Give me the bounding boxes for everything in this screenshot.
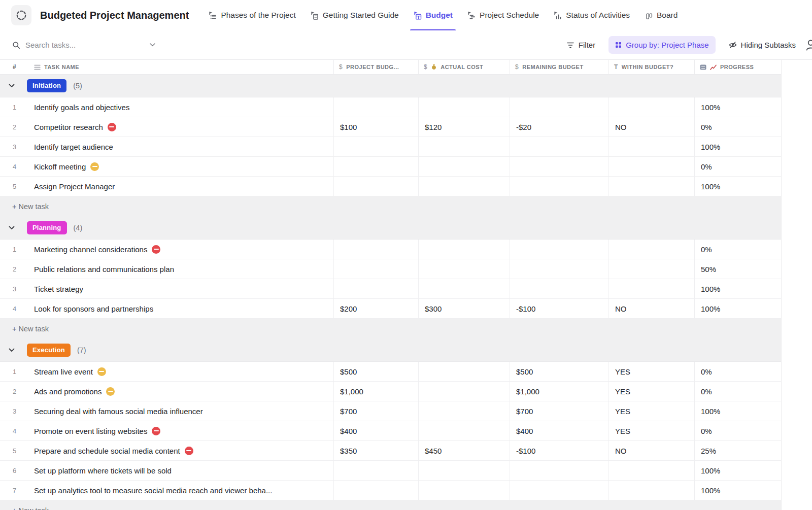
- within-budget-cell[interactable]: [608, 177, 694, 196]
- column-header-project-budget[interactable]: $ PROJECT BUDG...: [333, 60, 418, 74]
- progress-cell[interactable]: 0%: [694, 382, 782, 401]
- collapse-group-button[interactable]: [9, 84, 21, 88]
- task-name-cell[interactable]: Ads and promotions: [29, 382, 333, 401]
- collapse-group-button[interactable]: [9, 226, 21, 230]
- chevron-down-icon[interactable]: [150, 43, 155, 47]
- task-name-cell[interactable]: Look for sponsors and partnerships: [29, 299, 333, 318]
- project-budget-cell[interactable]: [333, 157, 418, 176]
- within-budget-cell[interactable]: [608, 137, 694, 156]
- remaining-budget-cell[interactable]: [510, 157, 608, 176]
- task-name-cell[interactable]: Competitor research: [29, 117, 333, 137]
- hiding-subtasks-button[interactable]: Hiding Subtasks: [729, 41, 796, 49]
- remaining-budget-cell[interactable]: $400: [510, 421, 608, 440]
- progress-cell[interactable]: 50%: [694, 259, 782, 279]
- remaining-budget-cell[interactable]: [510, 97, 608, 117]
- task-name-cell[interactable]: Set up platform where tickets will be so…: [29, 461, 333, 480]
- task-name-cell[interactable]: Kickoff meeting: [29, 157, 333, 176]
- person-icon[interactable]: [805, 39, 812, 52]
- actual-cost-cell[interactable]: [418, 481, 510, 500]
- progress-cell[interactable]: 100%: [694, 461, 782, 480]
- remaining-budget-cell[interactable]: -$20: [510, 117, 608, 137]
- tab-getting-started-guide[interactable]: Getting Started Guide: [303, 0, 406, 30]
- within-budget-cell[interactable]: [608, 240, 694, 259]
- task-name-cell[interactable]: Identify goals and objectives: [29, 97, 333, 117]
- project-budget-cell[interactable]: [333, 97, 418, 117]
- table-row[interactable]: 4 Kickoff meeting 0%: [0, 157, 781, 177]
- actual-cost-cell[interactable]: [418, 97, 510, 117]
- within-budget-cell[interactable]: YES: [608, 382, 694, 401]
- progress-cell[interactable]: 0%: [694, 117, 782, 137]
- progress-cell[interactable]: 25%: [694, 441, 782, 460]
- table-row[interactable]: 5 Prepare and schedule social media cont…: [0, 441, 781, 461]
- progress-cell[interactable]: 0%: [694, 157, 782, 176]
- project-budget-cell[interactable]: $350: [333, 441, 418, 460]
- within-budget-cell[interactable]: [608, 259, 694, 279]
- project-budget-cell[interactable]: $500: [333, 362, 418, 381]
- project-budget-cell[interactable]: [333, 177, 418, 196]
- progress-cell[interactable]: 100%: [694, 299, 782, 318]
- task-name-cell[interactable]: Marketing channel considerations: [29, 240, 333, 259]
- group-status-badge[interactable]: Initiation: [27, 79, 66, 92]
- progress-cell[interactable]: 0%: [694, 362, 782, 381]
- progress-cell[interactable]: 100%: [694, 177, 782, 196]
- task-name-cell[interactable]: Stream live event: [29, 362, 333, 381]
- group-by-button[interactable]: Group by: Project Phase: [608, 36, 715, 54]
- actual-cost-cell[interactable]: [418, 279, 510, 298]
- actual-cost-cell[interactable]: [418, 461, 510, 480]
- within-budget-cell[interactable]: [608, 461, 694, 480]
- project-budget-cell[interactable]: $400: [333, 421, 418, 440]
- remaining-budget-cell[interactable]: [510, 461, 608, 480]
- progress-cell[interactable]: 100%: [694, 279, 782, 298]
- actual-cost-cell[interactable]: $120: [418, 117, 510, 137]
- collapse-group-button[interactable]: [9, 348, 21, 352]
- project-budget-cell[interactable]: [333, 240, 418, 259]
- within-budget-cell[interactable]: [608, 481, 694, 500]
- remaining-budget-cell[interactable]: [510, 240, 608, 259]
- within-budget-cell[interactable]: YES: [608, 401, 694, 421]
- remaining-budget-cell[interactable]: [510, 259, 608, 279]
- within-budget-cell[interactable]: [608, 157, 694, 176]
- project-budget-cell[interactable]: $100: [333, 117, 418, 137]
- column-header-remaining-budget[interactable]: $ REMAINING BUDGET: [510, 60, 608, 74]
- progress-cell[interactable]: 100%: [694, 137, 782, 156]
- table-row[interactable]: 6 Set up platform where tickets will be …: [0, 461, 781, 481]
- task-name-cell[interactable]: Set up analytics tool to measure social …: [29, 481, 333, 500]
- group-status-badge[interactable]: Planning: [27, 221, 67, 234]
- table-row[interactable]: 2 Ads and promotions $1,000 $1,000 YES 0…: [0, 382, 781, 401]
- table-row[interactable]: 1 Marketing channel considerations 0%: [0, 240, 781, 259]
- project-budget-cell[interactable]: $200: [333, 299, 418, 318]
- tab-status-of-activities[interactable]: Status of Activities: [546, 0, 637, 30]
- table-row[interactable]: 4 Promote on event listing websites $400…: [0, 421, 781, 441]
- remaining-budget-cell[interactable]: [510, 279, 608, 298]
- table-row[interactable]: 5 Assign Project Manager 100%: [0, 177, 781, 196]
- column-header-progress[interactable]: PROGRESS: [694, 60, 782, 74]
- remaining-budget-cell[interactable]: [510, 481, 608, 500]
- progress-cell[interactable]: 100%: [694, 97, 782, 117]
- remaining-budget-cell[interactable]: $700: [510, 401, 608, 421]
- table-row[interactable]: 4 Look for sponsors and partnerships $20…: [0, 299, 781, 319]
- actual-cost-cell[interactable]: [418, 137, 510, 156]
- task-name-cell[interactable]: Ticket strategy: [29, 279, 333, 298]
- new-task-button[interactable]: + New task: [0, 319, 781, 339]
- project-budget-cell[interactable]: $1,000: [333, 382, 418, 401]
- table-row[interactable]: 2 Public relations and communications pl…: [0, 259, 781, 279]
- actual-cost-cell[interactable]: $300: [418, 299, 510, 318]
- table-row[interactable]: 3 Identify target audience 100%: [0, 137, 781, 157]
- new-task-button[interactable]: + New task: [0, 196, 781, 217]
- tab-budget[interactable]: Budget: [406, 0, 460, 30]
- actual-cost-cell[interactable]: [418, 177, 510, 196]
- task-name-cell[interactable]: Assign Project Manager: [29, 177, 333, 196]
- search-input[interactable]: [25, 41, 145, 49]
- app-icon-button[interactable]: [11, 5, 31, 25]
- actual-cost-cell[interactable]: [418, 382, 510, 401]
- table-row[interactable]: 2 Competitor research $100 $120 -$20 NO …: [0, 117, 781, 137]
- remaining-budget-cell[interactable]: -$100: [510, 441, 608, 460]
- remaining-budget-cell[interactable]: -$100: [510, 299, 608, 318]
- progress-cell[interactable]: 0%: [694, 421, 782, 440]
- actual-cost-cell[interactable]: [418, 362, 510, 381]
- progress-cell[interactable]: 0%: [694, 240, 782, 259]
- new-task-button[interactable]: + New task: [0, 500, 781, 510]
- within-budget-cell[interactable]: NO: [608, 117, 694, 137]
- table-row[interactable]: 3 Securing deal with famous social media…: [0, 401, 781, 421]
- task-name-cell[interactable]: Identify target audience: [29, 137, 333, 156]
